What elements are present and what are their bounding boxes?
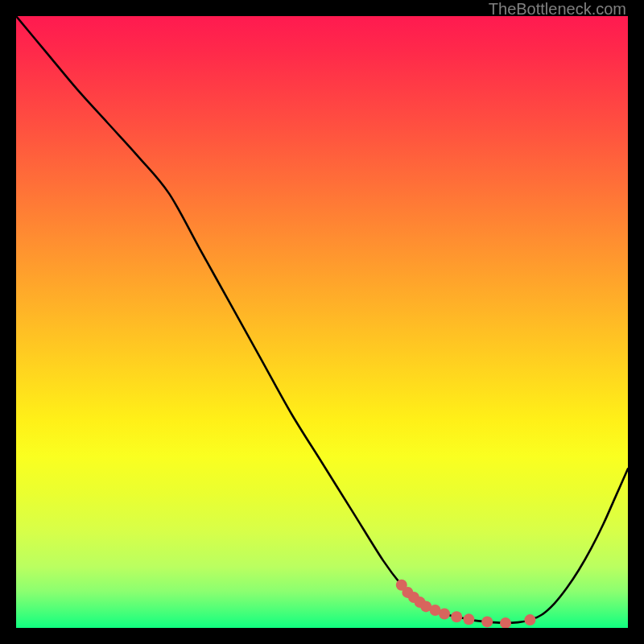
chart-frame: TheBottleneck.com [0, 0, 644, 644]
chart-svg [16, 16, 628, 628]
marker-dot [439, 609, 450, 620]
plot-area [16, 16, 628, 628]
gradient-background [16, 16, 628, 628]
marker-dot [451, 611, 462, 622]
marker-dot [463, 613, 474, 625]
marker-dot [524, 614, 535, 625]
marker-dot [481, 616, 493, 627]
